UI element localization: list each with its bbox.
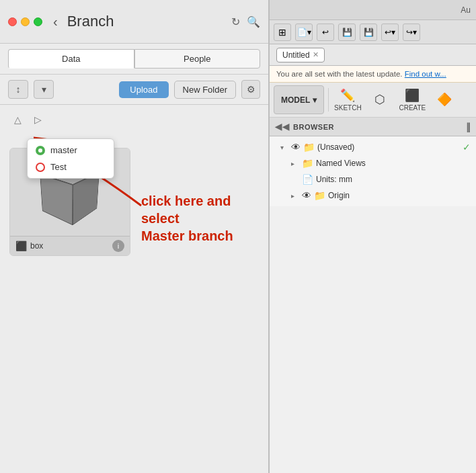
left-panel: ‹ Branch ↻ 🔍 Data People ↕ ▾ Upload New …: [0, 0, 269, 473]
browser-tree: ▾ 👁 📁 (Unsaved) ✓ ▸ 📁 Named Views ▸ 📄 Un…: [270, 136, 476, 206]
right-panel: Au ⊞ 📄▾ ↩ 💾 💾 ↩▾ ↪▾ Untitled ✕ You are a…: [269, 0, 476, 473]
tree-root-expand-icon: ▾: [280, 144, 288, 151]
tree-named-views-folder-icon: 📁: [302, 158, 313, 169]
title-bar: ‹ Branch ↻ 🔍: [0, 0, 268, 44]
browser-header: ◀◀ BROWSER ‖: [270, 118, 476, 136]
save-icon-button[interactable]: 💾: [338, 24, 356, 41]
modify-button[interactable]: 🔶: [430, 85, 459, 114]
tree-root-check-icon: ✓: [463, 142, 471, 153]
maximize-traffic-light[interactable]: [34, 17, 42, 26]
model-button[interactable]: MODEL ▾: [274, 85, 324, 114]
toolbar-separator-1: [328, 88, 329, 112]
branch-icons-row: △ ▷: [7, 112, 262, 128]
tree-origin-eye-icon: 👁: [302, 190, 311, 201]
search-icon[interactable]: 🔍: [247, 15, 260, 28]
tree-root-folder-icon: 📁: [303, 142, 315, 153]
file-type-icon: ⬛: [15, 241, 27, 251]
tree-units[interactable]: ▸ 📄 Units: mm: [270, 171, 476, 187]
arrow-left-icon-button[interactable]: ↩: [317, 24, 334, 41]
tree-root-label: (Unsaved): [317, 142, 460, 152]
tree-units-doc-icon: 📄: [302, 174, 313, 185]
tree-origin-expand-icon: ▸: [291, 192, 299, 200]
dropdown-item-test[interactable]: Test: [28, 159, 114, 175]
create-icon: ⬛: [405, 88, 420, 103]
annotation-overlay: click here and select Master branch: [141, 192, 262, 245]
refresh-icon[interactable]: ↻: [231, 15, 240, 28]
model-chevron-icon: ▾: [313, 95, 317, 105]
modify-icon: 🔶: [437, 92, 452, 107]
annotation-text: click here and select Master branch: [141, 192, 262, 245]
radio-master: [36, 146, 45, 155]
sketch-label: SKETCH: [334, 104, 362, 112]
document-tab-bar: Untitled ✕: [270, 44, 476, 66]
back-button[interactable]: ‹: [53, 14, 58, 30]
branch-arrow-icon[interactable]: ▷: [30, 112, 46, 128]
tree-named-views[interactable]: ▸ 📁 Named Views: [270, 155, 476, 171]
radio-test: [36, 163, 45, 172]
tree-units-label: Units: mm: [316, 175, 471, 184]
tree-origin[interactable]: ▸ 👁 📁 Origin: [270, 187, 476, 204]
tree-named-views-label: Named Views: [316, 159, 471, 168]
browser-expand-icon[interactable]: ◀◀: [275, 122, 289, 132]
sketch-mode-button[interactable]: ✏️ SKETCH: [333, 85, 362, 114]
dropdown-label-test: Test: [50, 162, 67, 172]
sketch-icon: ✏️: [340, 88, 355, 103]
upload-button[interactable]: Upload: [119, 81, 168, 98]
file-footer: ⬛ box i: [10, 236, 130, 255]
create-label: CREATE: [399, 104, 426, 112]
extrude-button[interactable]: ⬡: [365, 85, 395, 114]
tab-data[interactable]: Data: [8, 49, 134, 69]
extrude-icon: ⬡: [374, 92, 385, 107]
content-area: △ ▷ master Test: [0, 105, 268, 263]
app-name-label: Au: [461, 5, 471, 15]
notification-link[interactable]: Find out w...: [405, 70, 446, 78]
save2-icon-button[interactable]: 💾: [360, 24, 377, 41]
close-traffic-light[interactable]: [8, 17, 17, 26]
rp-icon-toolbar: ⊞ 📄▾ ↩ 💾 💾 ↩▾ ↪▾: [270, 20, 476, 44]
file-name-row: ⬛ box: [15, 241, 43, 251]
document-tab-untitled[interactable]: Untitled ✕: [276, 48, 325, 62]
sort-button[interactable]: ↕: [8, 80, 28, 99]
notification-text: You are all set with the latest update.: [276, 70, 403, 78]
document-tab-close-icon[interactable]: ✕: [313, 50, 319, 59]
tree-origin-label: Origin: [328, 191, 471, 200]
tree-named-views-expand-icon: ▸: [291, 160, 299, 167]
tab-people[interactable]: People: [134, 49, 261, 69]
tabs-bar: Data People: [0, 44, 268, 75]
dropdown-item-master[interactable]: master: [28, 142, 114, 159]
new-folder-button[interactable]: New Folder: [174, 81, 236, 99]
redo-icon-button[interactable]: ↪▾: [403, 24, 420, 41]
view-toggle-button[interactable]: ▾: [34, 80, 54, 99]
branch-triangle-icon[interactable]: △: [9, 112, 26, 128]
files-toolbar: ↕ ▾ Upload New Folder ⚙: [0, 75, 268, 105]
minimize-traffic-light[interactable]: [21, 17, 30, 26]
tree-root-eye-icon: 👁: [291, 142, 301, 153]
branch-dropdown-menu: master Test: [27, 138, 114, 179]
file-icon-button[interactable]: 📄▾: [295, 24, 313, 41]
dropdown-label-master: master: [50, 145, 77, 155]
settings-button[interactable]: ⚙: [241, 80, 260, 99]
file-name: box: [30, 241, 43, 251]
undo-icon-button[interactable]: ↩▾: [381, 24, 399, 41]
browser-collapse-icon[interactable]: ‖: [466, 122, 471, 132]
create-button[interactable]: ⬛ CREATE: [397, 85, 427, 114]
tree-root-item[interactable]: ▾ 👁 📁 (Unsaved) ✓: [270, 139, 476, 155]
grid-icon-button[interactable]: ⊞: [274, 24, 291, 41]
rp-topbar: Au: [270, 0, 476, 20]
tree-origin-folder-icon: 📁: [314, 190, 325, 201]
notification-bar: You are all set with the latest update. …: [270, 66, 476, 83]
info-button[interactable]: i: [112, 240, 124, 252]
browser-label: BROWSER: [293, 123, 334, 131]
model-toolbar: MODEL ▾ ✏️ SKETCH ⬡ ⬛ CREATE 🔶: [270, 83, 476, 118]
model-button-label: MODEL: [281, 95, 310, 105]
panel-title: Branch: [67, 13, 225, 30]
traffic-lights: [8, 17, 42, 26]
document-tab-label: Untitled: [282, 50, 310, 60]
